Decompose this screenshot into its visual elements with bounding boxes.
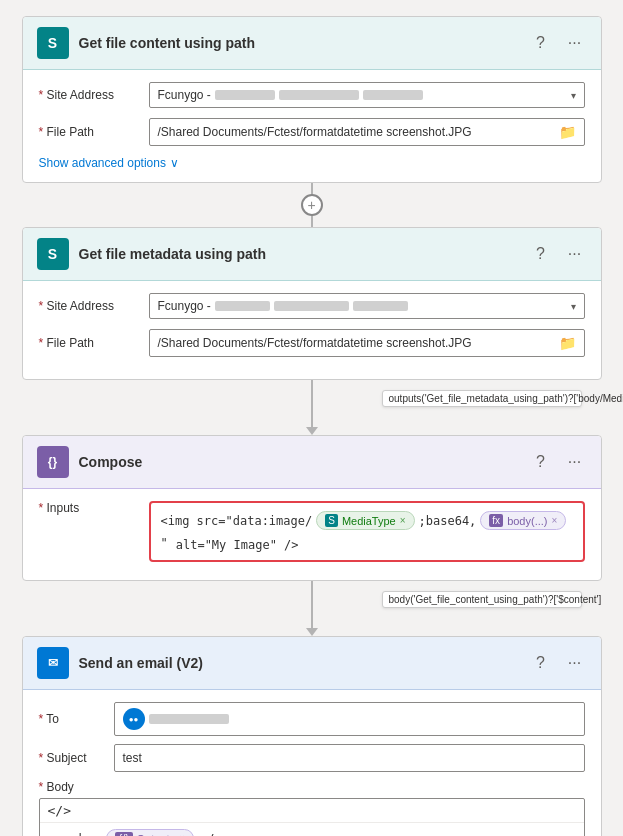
media-type-close[interactable]: ×	[400, 515, 406, 526]
body-label: * Body	[39, 780, 104, 794]
inputs-box[interactable]: <img src="data:image/ S MediaType × ;bas…	[149, 501, 585, 562]
connector-with-label-2: body('Get_file_content_using_path')?['$c…	[22, 581, 602, 636]
dropdown-arrow-2: ▾	[571, 301, 576, 312]
media-type-token-icon: S	[325, 514, 338, 527]
card-title-get-file-metadata: Get file metadata using path	[79, 246, 519, 262]
card-actions-2: ? ···	[529, 242, 587, 266]
file-path-row-1: * File Path /Shared Documents/Fctest/for…	[39, 118, 585, 146]
compose-card: {} Compose ? ··· * Inputs <img src="data…	[22, 435, 602, 581]
code-toggle[interactable]: </>	[48, 803, 71, 818]
card-title-send-email: Send an email (V2)	[79, 655, 519, 671]
card-header-send-email: ✉ Send an email (V2) ? ···	[23, 637, 601, 690]
more-button-3[interactable]: ···	[563, 450, 587, 474]
file-path-field-1[interactable]: /Shared Documents/Fctest/formatdatetime …	[149, 118, 585, 146]
to-field[interactable]: ●●	[114, 702, 585, 736]
card-header-get-file-content: S Get file content using path ? ···	[23, 17, 601, 70]
body-token-icon: fx	[489, 514, 503, 527]
folder-icon-2: 📁	[559, 335, 576, 351]
send-email-card: ✉ Send an email (V2) ? ··· * To ●●	[22, 636, 602, 836]
avatar-circle: ●●	[123, 708, 145, 730]
to-avatar: ●●	[123, 708, 229, 730]
card-body-compose: * Inputs <img src="data:image/ S MediaTy…	[23, 489, 601, 580]
more-button-1[interactable]: ···	[563, 31, 587, 55]
site-address-label-2: * Site Address	[39, 299, 139, 313]
body-toolbar: </>	[40, 799, 584, 823]
body-content: <p><br> {/} Outputs × </p>	[40, 823, 584, 836]
outputs-token-icon: {/}	[115, 832, 132, 836]
inputs-middle: ;base64,	[419, 514, 477, 528]
subject-field-row: * Subject test	[39, 744, 585, 772]
help-button-1[interactable]: ?	[529, 31, 553, 55]
more-button-4[interactable]: ···	[563, 651, 587, 675]
body-close[interactable]: ×	[551, 515, 557, 526]
sharepoint-icon-1: S	[37, 27, 69, 59]
arrow-head-1	[306, 427, 318, 435]
file-path-label-2: * File Path	[39, 336, 139, 350]
site-address-row-1: * Site Address Fcunygo - ▾	[39, 82, 585, 108]
site-address-row-2: * Site Address Fcunygo - ▾	[39, 293, 585, 319]
send-email-top-label: body('Get_file_content_using_path')?['$c…	[382, 591, 582, 608]
help-button-4[interactable]: ?	[529, 651, 553, 675]
body-suffix: </p>	[200, 832, 229, 837]
file-path-row-2: * File Path /Shared Documents/Fctest/for…	[39, 329, 585, 357]
card-actions-3: ? ···	[529, 450, 587, 474]
file-path-value-1: /Shared Documents/Fctest/formatdatetime …	[158, 125, 472, 139]
subject-value: test	[123, 751, 142, 765]
card-actions-1: ? ···	[529, 31, 587, 55]
card-header-get-file-metadata: S Get file metadata using path ? ···	[23, 228, 601, 281]
card-body-get-file-content: * Site Address Fcunygo - ▾ * File Path	[23, 70, 601, 182]
add-step-button-1[interactable]: +	[301, 194, 323, 216]
inputs-label: * Inputs	[39, 501, 139, 515]
card-body-get-file-metadata: * Site Address Fcunygo - ▾ * File Path	[23, 281, 601, 379]
dropdown-arrow-1: ▾	[571, 90, 576, 101]
file-path-field-2[interactable]: /Shared Documents/Fctest/formatdatetime …	[149, 329, 585, 357]
card-actions-4: ? ···	[529, 651, 587, 675]
card-title-compose: Compose	[79, 454, 519, 470]
card-body-send-email: * To ●● * Subject test	[23, 690, 601, 836]
more-button-2[interactable]: ···	[563, 242, 587, 266]
help-button-2[interactable]: ?	[529, 242, 553, 266]
inputs-prefix: <img src="data:image/	[161, 514, 313, 528]
card-header-compose: {} Compose ? ···	[23, 436, 601, 489]
get-file-metadata-card: S Get file metadata using path ? ··· * S…	[22, 227, 602, 380]
site-address-label-1: * Site Address	[39, 88, 139, 102]
outlook-icon: ✉	[37, 647, 69, 679]
inputs-line2: alt="My Image" />	[176, 538, 299, 552]
subject-field[interactable]: test	[114, 744, 585, 772]
flow-canvas: S Get file content using path ? ··· * Si…	[16, 16, 607, 836]
arrow-head-2	[306, 628, 318, 636]
site-address-value-2: Fcunygo -	[158, 299, 565, 313]
compose-inputs-row: * Inputs <img src="data:image/ S MediaTy…	[39, 501, 585, 562]
help-button-3[interactable]: ?	[529, 450, 553, 474]
file-path-value-2: /Shared Documents/Fctest/formatdatetime …	[158, 336, 472, 350]
outputs-token[interactable]: {/} Outputs ×	[106, 829, 194, 836]
to-field-row: * To ●●	[39, 702, 585, 736]
body-field-row: * Body </> <p><br> {/} Outputs × </p>	[39, 780, 585, 836]
connector-plus-1: +	[22, 183, 602, 227]
show-advanced-1[interactable]: Show advanced options ∨	[39, 156, 585, 170]
media-type-token[interactable]: S MediaType ×	[316, 511, 414, 530]
subject-label: * Subject	[39, 751, 104, 765]
to-label: * To	[39, 712, 104, 726]
inputs-suffix: "	[161, 536, 168, 550]
get-file-content-card: S Get file content using path ? ··· * Si…	[22, 16, 602, 183]
body-prefix: <p><br>	[50, 832, 101, 837]
folder-icon-1: 📁	[559, 124, 576, 140]
site-address-value-1: Fcunygo -	[158, 88, 565, 102]
connector-with-label-1: outputs('Get_file_metadata_using_path')?…	[22, 380, 602, 435]
body-token[interactable]: fx body(...) ×	[480, 511, 566, 530]
sharepoint-icon-2: S	[37, 238, 69, 270]
card-title-get-file-content: Get file content using path	[79, 35, 519, 51]
body-area[interactable]: </> <p><br> {/} Outputs × </p>	[39, 798, 585, 836]
site-address-field-1[interactable]: Fcunygo - ▾	[149, 82, 585, 108]
file-path-label-1: * File Path	[39, 125, 139, 139]
site-address-field-2[interactable]: Fcunygo - ▾	[149, 293, 585, 319]
compose-top-label: outputs('Get_file_metadata_using_path')?…	[382, 390, 582, 407]
compose-icon: {}	[37, 446, 69, 478]
